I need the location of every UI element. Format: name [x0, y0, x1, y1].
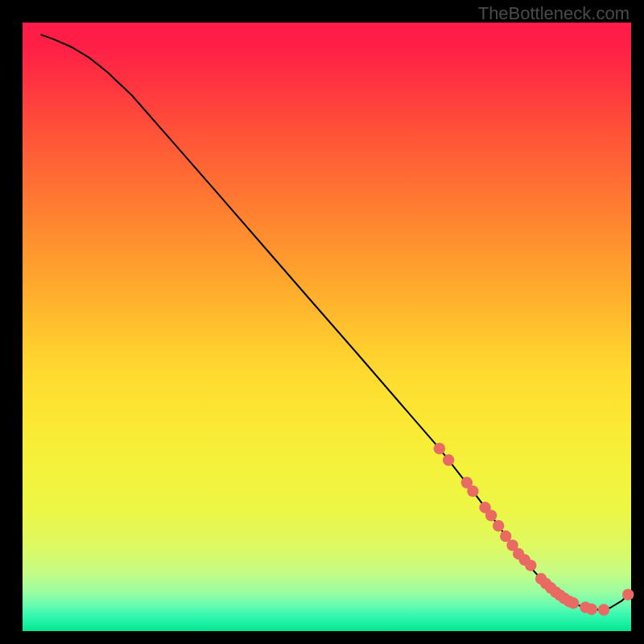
data-point [598, 604, 609, 615]
watermark-text: TheBottleneck.com [478, 3, 630, 24]
data-point [467, 485, 478, 497]
chart-svg [0, 0, 644, 644]
data-point [525, 559, 536, 571]
data-point [434, 443, 445, 454]
data-point [485, 510, 497, 521]
data-point [443, 454, 454, 465]
data-point [568, 597, 579, 609]
data-point [586, 604, 597, 615]
data-point [622, 588, 634, 600]
chart-frame: TheBottleneck.com [0, 0, 644, 644]
data-point [493, 520, 504, 531]
plot-background [23, 23, 631, 631]
